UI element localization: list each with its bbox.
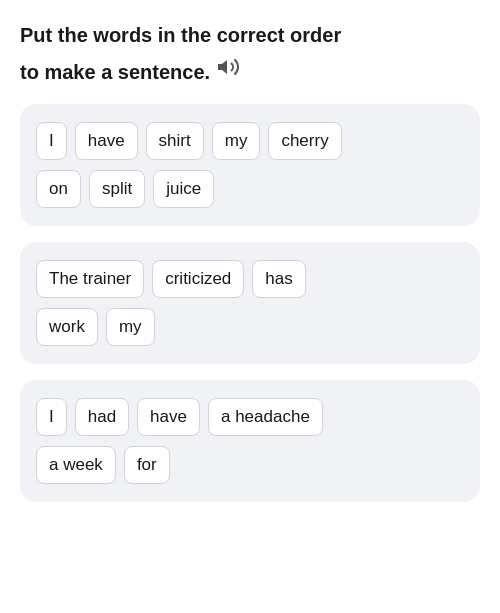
sentence-boxes-container: IhaveshirtmycherryonsplitjuiceThe traine… — [20, 104, 480, 502]
word-chip-2-1-2[interactable]: criticized — [152, 260, 244, 298]
word-chip-2-2-1[interactable]: work — [36, 308, 98, 346]
word-chip-1-1-1[interactable]: I — [36, 122, 67, 160]
instruction-line2: to make a sentence. — [20, 55, 240, 84]
word-row-1-1: Ihaveshirtmycherry — [36, 122, 464, 160]
word-row-3-1: Ihadhavea headache — [36, 398, 464, 436]
word-chip-3-2-2[interactable]: for — [124, 446, 170, 484]
word-chip-3-1-4[interactable]: a headache — [208, 398, 323, 436]
word-chip-3-1-3[interactable]: have — [137, 398, 200, 436]
instruction-line1: Put the words in the correct order — [20, 24, 341, 47]
word-chip-1-2-1[interactable]: on — [36, 170, 81, 208]
sentence-box-1: Ihaveshirtmycherryonsplitjuice — [20, 104, 480, 226]
word-chip-2-1-3[interactable]: has — [252, 260, 305, 298]
sentence-box-2: The trainercriticizedhasworkmy — [20, 242, 480, 364]
word-chip-1-1-4[interactable]: my — [212, 122, 261, 160]
instruction-text: Put the words in the correct order to ma… — [20, 24, 480, 84]
word-chip-1-1-5[interactable]: cherry — [268, 122, 341, 160]
page-container: Put the words in the correct order to ma… — [20, 24, 480, 502]
word-chip-2-1-1[interactable]: The trainer — [36, 260, 144, 298]
word-chip-1-1-3[interactable]: shirt — [146, 122, 204, 160]
word-chip-1-1-2[interactable]: have — [75, 122, 138, 160]
word-chip-3-1-2[interactable]: had — [75, 398, 129, 436]
word-chip-1-2-2[interactable]: split — [89, 170, 145, 208]
word-chip-2-2-2[interactable]: my — [106, 308, 155, 346]
word-row-2-1: The trainercriticizedhas — [36, 260, 464, 298]
word-chip-1-2-3[interactable]: juice — [153, 170, 214, 208]
word-row-1-2: onsplitjuice — [36, 170, 464, 208]
word-chip-3-2-1[interactable]: a week — [36, 446, 116, 484]
word-row-2-2: workmy — [36, 308, 464, 346]
word-chip-3-1-1[interactable]: I — [36, 398, 67, 436]
word-row-3-2: a weekfor — [36, 446, 464, 484]
sentence-box-3: Ihadhavea headachea weekfor — [20, 380, 480, 502]
speaker-icon[interactable] — [216, 55, 240, 79]
